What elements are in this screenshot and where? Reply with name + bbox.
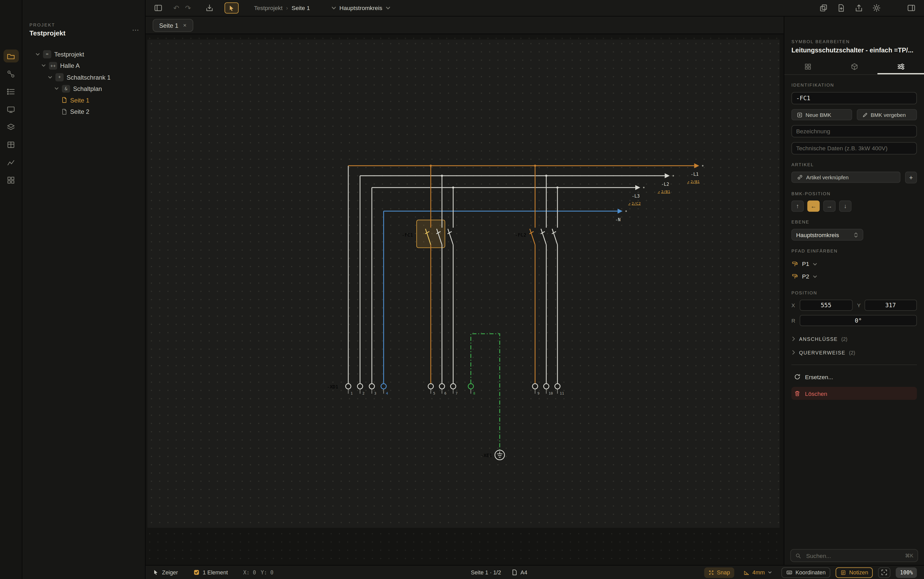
undo-icon[interactable]: ↶ — [173, 4, 179, 11]
chevron-down-icon[interactable] — [36, 52, 40, 56]
terminal-strip-xd1[interactable] — [346, 384, 560, 394]
breadcrumb-page[interactable]: Seite 1 — [292, 5, 310, 11]
querverweise-section[interactable]: QUERVERWEISE(2) — [791, 345, 917, 359]
component-label-xd1[interactable]: -XD1 — [327, 384, 338, 389]
fit-view-button[interactable] — [878, 567, 891, 578]
duplicate-icon[interactable] — [819, 3, 828, 12]
symbols-icon[interactable] — [3, 67, 19, 80]
svg-text:11: 11 — [560, 391, 564, 395]
anschluesse-section[interactable]: ANSCHLÜSSE(2) — [791, 332, 917, 346]
bmk-position-buttons: ↑ ← → ↓ — [791, 201, 917, 212]
chevron-down-icon[interactable] — [41, 63, 46, 68]
chevron-down-icon[interactable] — [48, 75, 52, 79]
tree-item-halle-a[interactable]: ++ Halle A — [22, 60, 145, 71]
tab-properties[interactable] — [878, 60, 924, 74]
assign-bmk-button[interactable]: BMK vergeben — [857, 109, 917, 121]
panel-search[interactable]: ⌘K — [790, 549, 918, 562]
breadcrumb-project[interactable]: Testprojekt — [254, 5, 283, 11]
xref-link-l1[interactable]: ↗2/B1 — [687, 179, 700, 184]
delete-button[interactable]: Löschen — [791, 387, 917, 400]
breaker-fc1[interactable] — [425, 166, 453, 384]
feeder-wires[interactable] — [348, 166, 384, 384]
tree-item-testprojekt[interactable]: = Testprojekt — [22, 48, 145, 60]
share-icon[interactable] — [854, 3, 863, 12]
close-icon[interactable]: × — [183, 22, 186, 28]
page-format[interactable]: A4 — [512, 569, 527, 576]
grid-size-selector[interactable]: 4mm — [740, 567, 776, 578]
bus-l3[interactable] — [372, 185, 645, 190]
grid-tab-icon — [803, 62, 812, 70]
ebene-select[interactable]: Hauptstromkreis — [791, 229, 863, 241]
signal-chart-icon[interactable] — [3, 156, 19, 169]
add-document-icon[interactable] — [837, 3, 846, 12]
xref-link-l3[interactable]: ↗2/C2 — [628, 201, 640, 206]
replace-button[interactable]: Ersetzen... — [791, 370, 917, 384]
tree-item-schaltschrank-1[interactable]: + Schaltschrank 1 — [22, 71, 145, 83]
active-tool-indicator[interactable]: Zeiger — [153, 569, 178, 576]
chevron-down-icon[interactable] — [54, 86, 59, 91]
bmk-right-button[interactable]: → — [823, 201, 836, 212]
y-input[interactable] — [864, 299, 917, 311]
component-label-xe1[interactable]: -XE1 — [481, 453, 492, 458]
earth-electrode-xe1[interactable] — [495, 450, 505, 460]
add-article-button[interactable]: + — [905, 172, 917, 183]
technical-data-input[interactable] — [791, 142, 917, 154]
layer-selector[interactable]: Hauptstromkreis — [331, 5, 390, 11]
designation-input[interactable] — [791, 125, 917, 137]
redo-icon[interactable]: ↷ — [185, 4, 191, 11]
tree-item-schaltplan[interactable]: & Schaltplan — [22, 83, 145, 95]
bmk-left-button[interactable]: ← — [807, 201, 820, 212]
notes-toggle[interactable]: Notizen — [836, 567, 873, 578]
layers-icon[interactable] — [3, 120, 19, 133]
xref-link-l2[interactable]: ↗2/B1 — [658, 189, 670, 194]
project-folder-icon[interactable] — [3, 49, 19, 63]
bmk-down-button[interactable]: ↓ — [839, 201, 851, 212]
bus-l1[interactable] — [348, 164, 704, 168]
chevron-down-icon — [813, 262, 818, 266]
page-indicator[interactable]: Seite 1 · 1/2 — [471, 569, 501, 576]
tree-item-label: Seite 1 — [70, 96, 89, 104]
tree-item-seite-1[interactable]: Seite 1 — [22, 94, 145, 106]
chevron-down-icon — [768, 570, 772, 574]
tab-3d[interactable] — [831, 60, 877, 74]
link-article-button[interactable]: Artikel verknüpfen — [791, 172, 900, 183]
tab-seite-1[interactable]: Seite 1 × — [153, 18, 193, 32]
component-label-fc2[interactable]: -FC2 — [515, 232, 526, 237]
bmk-up-button[interactable]: ↑ — [791, 201, 803, 212]
zoom-level[interactable]: 100% — [896, 567, 917, 578]
snap-toggle[interactable]: Snap — [704, 567, 734, 578]
tab-overview[interactable] — [784, 60, 831, 74]
rotation-input[interactable] — [800, 315, 917, 326]
checkbox-icon — [193, 569, 200, 576]
project-menu-icon[interactable]: ⋯ — [132, 26, 139, 34]
selection-count[interactable]: 1 Element — [193, 569, 228, 576]
schematic-canvas[interactable]: -L1 ↗2/B1 -L2 ↗2/B1 -L3 ↗2/C2 -N — [145, 34, 784, 565]
top-toolbar: ↶ ↷ Testprojekt › Seite 1 Hauptstromkrei… — [145, 0, 924, 16]
table-icon[interactable] — [3, 138, 19, 151]
section-artikel: ARTIKEL — [791, 162, 917, 167]
settings-gear-icon[interactable] — [872, 3, 881, 12]
y-label: Y — [856, 303, 860, 308]
bus-l2[interactable] — [360, 173, 674, 178]
paint-roller-icon — [791, 260, 799, 268]
path-p2-row[interactable]: P2 — [791, 270, 917, 283]
plus-square-icon — [797, 112, 803, 118]
export-icon[interactable] — [205, 3, 214, 12]
sidebar-toggle-icon[interactable] — [154, 3, 163, 12]
new-bmk-button[interactable]: Neue BMK — [791, 109, 852, 121]
chevron-right-icon — [791, 336, 795, 342]
right-panel-toggle-icon[interactable] — [907, 3, 916, 12]
grid-icon[interactable] — [3, 173, 19, 186]
breaker-fc2[interactable] — [530, 166, 557, 384]
component-label-fc1[interactable]: -FC1 — [402, 232, 413, 237]
search-input[interactable] — [805, 552, 901, 559]
x-input[interactable] — [800, 299, 852, 311]
bus-n[interactable] — [384, 209, 627, 213]
monitor-icon[interactable] — [3, 103, 19, 116]
list-icon[interactable] — [3, 85, 19, 98]
tree-item-seite-2[interactable]: Seite 2 — [22, 106, 145, 118]
coordinates-toggle[interactable]: Koordinaten — [781, 567, 830, 578]
bmk-input[interactable] — [791, 92, 917, 104]
pointer-tool-button[interactable] — [225, 2, 239, 14]
path-p1-row[interactable]: P1 — [791, 258, 917, 270]
